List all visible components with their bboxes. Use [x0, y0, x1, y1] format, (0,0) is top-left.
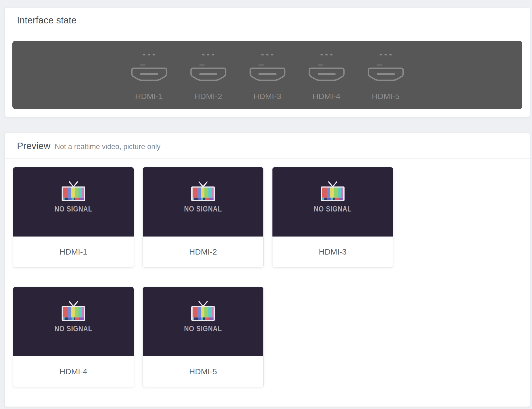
cable-plug-faded-icon [258, 64, 264, 66]
port-label: HDMI-1 [135, 92, 163, 101]
preview-screen: NO SIGNAL [143, 167, 263, 237]
cable-plug-faded-icon [199, 64, 205, 66]
hdmi-port-icon [368, 68, 404, 82]
preview-tile-hdmi-3[interactable]: NO SIGNAL HDMI-3 [272, 167, 393, 267]
disconnected-dashes-icon [380, 54, 392, 55]
no-signal-text: NO SIGNAL [184, 324, 222, 333]
disconnected-dashes-icon [143, 54, 155, 55]
preview-subtitle: Not a realtime video, picture only [55, 143, 160, 151]
cable-plug-faded-icon [140, 64, 146, 66]
preview-label: HDMI-4 [59, 367, 87, 376]
tv-no-signal-icon [60, 181, 87, 202]
preview-tile-hdmi-2[interactable]: NO SIGNAL HDMI-2 [143, 167, 264, 267]
preview-label-area: HDMI-2 [143, 237, 263, 267]
hdmi-port-icon [190, 68, 226, 82]
no-signal-text: NO SIGNAL [55, 324, 93, 333]
preview-label-area: HDMI-5 [143, 356, 263, 387]
hdmi-port-icon [131, 68, 167, 82]
hdmi-port-icon [249, 68, 286, 82]
cable-plug-faded-icon [318, 64, 323, 66]
preview-screen: NO SIGNAL [143, 287, 263, 356]
port-item-hdmi-1: HDMI-1 [131, 41, 167, 109]
interface-state-header: Interface state [5, 8, 530, 33]
preview-label: HDMI-3 [319, 247, 346, 256]
preview-tile-hdmi-4[interactable]: NO SIGNAL HDMI-4 [13, 287, 134, 387]
preview-label-area: HDMI-4 [13, 356, 134, 387]
no-signal-text: NO SIGNAL [184, 204, 222, 213]
preview-tile-hdmi-5[interactable]: NO SIGNAL HDMI-5 [143, 287, 264, 387]
cable-plug-faded-icon [377, 64, 382, 66]
port-item-hdmi-2: HDMI-2 [190, 41, 226, 109]
preview-card: Preview Not a realtime video, picture on… [5, 133, 530, 407]
tv-no-signal-icon [190, 181, 217, 202]
preview-grid: NO SIGNAL HDMI-1 [5, 159, 530, 407]
preview-label-area: HDMI-3 [272, 237, 393, 267]
preview-screen: NO SIGNAL [13, 287, 134, 356]
no-signal-text: NO SIGNAL [314, 204, 352, 213]
tv-no-signal-icon [190, 301, 217, 321]
no-signal-text: NO SIGNAL [55, 204, 93, 213]
port-item-hdmi-4: HDMI-4 [308, 41, 345, 109]
interface-state-card: Interface state HDMI-1 HDMI-2 [5, 7, 530, 117]
preview-screen: NO SIGNAL [272, 167, 393, 237]
disconnected-dashes-icon [202, 54, 214, 55]
preview-screen: NO SIGNAL [13, 167, 134, 237]
ports-panel: HDMI-1 HDMI-2 HDMI-3 [12, 41, 522, 109]
hdmi-port-icon [308, 68, 345, 82]
port-label: HDMI-5 [372, 92, 399, 101]
preview-label-area: HDMI-1 [13, 237, 134, 267]
disconnected-dashes-icon [261, 54, 274, 55]
preview-tile-hdmi-1[interactable]: NO SIGNAL HDMI-1 [13, 167, 134, 267]
preview-title: Preview [17, 140, 50, 151]
preview-header: Preview Not a realtime video, picture on… [5, 133, 530, 159]
disconnected-dashes-icon [320, 54, 333, 55]
tv-no-signal-icon [60, 301, 87, 321]
port-item-hdmi-5: HDMI-5 [368, 41, 404, 109]
tv-no-signal-icon [319, 181, 346, 202]
interface-state-title: Interface state [17, 15, 77, 26]
port-item-hdmi-3: HDMI-3 [249, 41, 286, 109]
port-label: HDMI-3 [253, 92, 281, 101]
port-label: HDMI-4 [313, 92, 340, 101]
preview-label: HDMI-5 [189, 367, 217, 376]
preview-label: HDMI-1 [59, 247, 87, 256]
preview-label: HDMI-2 [189, 247, 217, 256]
port-label: HDMI-2 [194, 92, 222, 101]
